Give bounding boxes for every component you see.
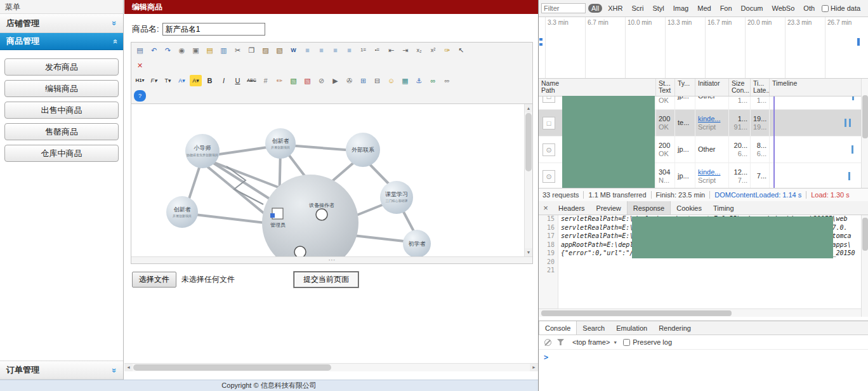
indent-icon[interactable]: ⇥ bbox=[399, 44, 411, 56]
tab-response[interactable]: Response bbox=[627, 201, 671, 215]
font-name-icon[interactable]: F▾ bbox=[148, 75, 160, 86]
submit-page-button[interactable]: 提交当前页面 bbox=[294, 272, 358, 288]
image-upload-icon[interactable]: ▧ bbox=[301, 75, 313, 86]
scrollbar-thumb[interactable] bbox=[541, 310, 732, 316]
anchor-icon[interactable]: ⚓ bbox=[413, 75, 425, 86]
column-header[interactable]: Name Path bbox=[539, 79, 656, 96]
scrollbar-thumb[interactable] bbox=[525, 113, 532, 171]
unordered-list-icon[interactable]: •≡ bbox=[371, 44, 383, 56]
tab-emulation[interactable]: Emulation bbox=[610, 321, 653, 335]
console-output[interactable]: > bbox=[539, 350, 868, 365]
choose-file-button[interactable]: 选择文件 bbox=[132, 272, 176, 288]
paste-word-icon[interactable]: W bbox=[287, 44, 299, 56]
scroll-left-icon[interactable]: ◄ bbox=[124, 364, 133, 371]
frame-context-select[interactable]: <top frame> ▼ bbox=[572, 338, 617, 346]
response-vertical-scrollbar[interactable] bbox=[861, 215, 868, 317]
editor-resize-grip[interactable]: ⋯ bbox=[131, 256, 532, 263]
media-icon[interactable]: ▶ bbox=[329, 75, 341, 86]
outdent-icon[interactable]: ⇤ bbox=[385, 44, 397, 56]
preserve-log-checkbox[interactable] bbox=[623, 339, 630, 346]
heading-icon[interactable]: H1▾ bbox=[134, 75, 146, 86]
publish-product-button[interactable]: 发布商品 bbox=[4, 58, 119, 76]
italic-icon[interactable]: I bbox=[218, 75, 230, 86]
paste-icon[interactable]: ▨ bbox=[260, 44, 272, 56]
sidebar-item-order-management[interactable]: 订单管理 » bbox=[0, 361, 123, 380]
sidebar-item-store-management[interactable]: 店铺管理 » bbox=[0, 14, 123, 33]
sold-out-products-button[interactable]: 售罄商品 bbox=[4, 123, 119, 140]
scrollbar-thumb[interactable] bbox=[862, 218, 868, 251]
clear-console-icon[interactable] bbox=[544, 339, 551, 346]
copy-icon[interactable]: ❐ bbox=[246, 44, 258, 56]
font-size-icon[interactable]: T▾ bbox=[162, 75, 174, 86]
warehouse-products-button[interactable]: 仓库中商品 bbox=[4, 145, 119, 162]
tab-headers[interactable]: Headers bbox=[553, 201, 591, 215]
filter-pill-documents[interactable]: Docum bbox=[738, 4, 766, 13]
on-sale-products-button[interactable]: 出售中商品 bbox=[4, 102, 119, 119]
tab-cookies[interactable]: Cookies bbox=[671, 201, 707, 215]
image-icon[interactable]: ▧ bbox=[287, 75, 299, 86]
hide-data-toggle[interactable]: Hide data bbox=[822, 4, 860, 12]
hide-data-checkbox[interactable] bbox=[822, 5, 829, 12]
scroll-down-icon[interactable]: ▼ bbox=[525, 248, 532, 256]
content-horizontal-scrollbar[interactable]: ◄ ► bbox=[124, 363, 538, 371]
tab-search[interactable]: Search bbox=[577, 321, 610, 335]
remove-format-icon[interactable]: ✏ bbox=[273, 75, 286, 86]
tab-preview[interactable]: Preview bbox=[591, 201, 627, 215]
filter-pill-all[interactable]: All bbox=[588, 4, 602, 13]
map-icon[interactable]: ▦ bbox=[399, 75, 411, 86]
highlight-color-icon[interactable]: A▾ bbox=[190, 75, 202, 86]
undo-icon[interactable]: ↶ bbox=[148, 44, 160, 56]
help-icon[interactable]: ? bbox=[134, 90, 146, 102]
flash-icon[interactable]: ⊘ bbox=[315, 75, 327, 86]
filter-pill-fonts[interactable]: Fon bbox=[717, 4, 735, 13]
filter-input[interactable] bbox=[541, 3, 586, 13]
column-header[interactable]: Timeline bbox=[770, 79, 861, 96]
tab-rendering[interactable]: Rendering bbox=[653, 321, 697, 335]
preview-icon[interactable]: ◉ bbox=[176, 44, 188, 56]
scroll-right-icon[interactable]: ► bbox=[530, 364, 538, 371]
editor-content-area[interactable]: 小导师 协助或者负责创新项目 创新者 开展创新项目 外部联系 课堂学习 三门核心… bbox=[131, 104, 532, 256]
filter-pill-websockets[interactable]: WebSo bbox=[768, 4, 798, 13]
column-header[interactable]: Ty... bbox=[675, 79, 695, 96]
filter-pill-other[interactable]: Oth bbox=[800, 4, 818, 13]
hr-icon[interactable]: ⊟ bbox=[371, 75, 383, 86]
link-icon[interactable]: ∞ bbox=[427, 75, 439, 86]
response-horizontal-scrollbar[interactable] bbox=[539, 308, 861, 317]
filter-funnel-icon[interactable] bbox=[557, 339, 564, 345]
filter-pill-media[interactable]: Med bbox=[694, 4, 714, 13]
preserve-log-toggle[interactable]: Preserve log bbox=[623, 338, 672, 346]
column-header[interactable]: St... Text bbox=[656, 79, 675, 96]
filter-pill-xhr[interactable]: XHR bbox=[605, 4, 626, 13]
bold-icon[interactable]: B bbox=[204, 75, 216, 86]
close-icon[interactable]: × bbox=[539, 201, 553, 215]
column-header[interactable]: Initiator bbox=[695, 79, 729, 96]
diagram-bottom-node[interactable] bbox=[294, 246, 306, 256]
border-grid-icon[interactable]: # bbox=[260, 75, 272, 86]
cut-icon[interactable]: ✂ bbox=[232, 44, 244, 56]
table-icon[interactable]: ⊞ bbox=[357, 75, 369, 86]
template-icon[interactable]: ▤ bbox=[204, 44, 216, 56]
product-diagram-image[interactable]: 小导师 协助或者负责创新项目 创新者 开展创新项目 外部联系 课堂学习 三门核心… bbox=[131, 105, 516, 256]
superscript-icon[interactable]: x² bbox=[427, 44, 439, 56]
product-name-input[interactable] bbox=[162, 23, 265, 36]
unlink-icon[interactable]: ∞ bbox=[441, 75, 453, 86]
select-all-icon[interactable]: ↖ bbox=[455, 44, 467, 56]
emoticon-icon[interactable]: ☺ bbox=[385, 75, 397, 86]
underline-icon[interactable]: U bbox=[232, 75, 244, 86]
print-icon[interactable]: ▣ bbox=[190, 44, 202, 56]
ordered-list-icon[interactable]: 1≡ bbox=[357, 44, 369, 56]
align-right-icon[interactable]: ≡ bbox=[329, 44, 341, 56]
filter-pill-style[interactable]: Styl bbox=[649, 4, 667, 13]
code-block-icon[interactable]: ▥ bbox=[218, 44, 230, 56]
paste-text-icon[interactable]: ▧ bbox=[273, 44, 286, 56]
scrollbar-thumb[interactable] bbox=[133, 364, 331, 371]
filter-pill-script[interactable]: Scri bbox=[628, 4, 647, 13]
network-scrollbar[interactable] bbox=[861, 79, 868, 188]
tab-timing[interactable]: Timing bbox=[707, 201, 740, 215]
filter-pill-images[interactable]: Imag bbox=[670, 4, 692, 13]
editor-vertical-scrollbar[interactable]: ▲ ▼ bbox=[524, 104, 532, 256]
clear-html-icon[interactable]: ✕ bbox=[134, 60, 146, 71]
source-icon[interactable]: ▤ bbox=[134, 44, 146, 56]
scrollbar-thumb[interactable] bbox=[862, 95, 868, 138]
column-header[interactable]: Ti... Late... bbox=[751, 79, 770, 96]
